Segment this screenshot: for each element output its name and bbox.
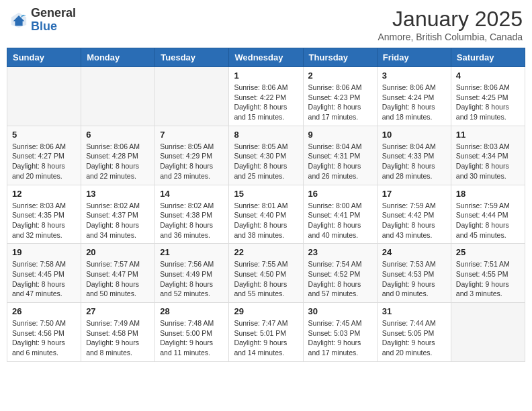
calendar-cell — [155, 67, 229, 126]
calendar-cell: 3Sunrise: 8:06 AM Sunset: 4:24 PM Daylig… — [377, 67, 451, 126]
calendar-cell: 8Sunrise: 8:05 AM Sunset: 4:30 PM Daylig… — [229, 126, 303, 185]
day-info: Sunrise: 8:02 AM Sunset: 4:38 PM Dayligh… — [160, 201, 224, 240]
day-info: Sunrise: 8:04 AM Sunset: 4:33 PM Dayligh… — [382, 142, 446, 181]
calendar-cell: 16Sunrise: 8:00 AM Sunset: 4:41 PM Dayli… — [303, 185, 377, 244]
day-number: 29 — [234, 306, 298, 316]
day-number: 19 — [12, 247, 76, 257]
day-info: Sunrise: 7:48 AM Sunset: 5:00 PM Dayligh… — [160, 318, 224, 358]
day-number: 1 — [234, 71, 298, 81]
calendar-cell: 31Sunrise: 7:44 AM Sunset: 5:05 PM Dayli… — [377, 303, 451, 362]
day-info: Sunrise: 7:58 AM Sunset: 4:45 PM Dayligh… — [12, 259, 76, 299]
day-number: 12 — [12, 189, 76, 199]
weekday-header-row: SundayMondayTuesdayWednesdayThursdayFrid… — [7, 48, 525, 67]
day-info: Sunrise: 8:03 AM Sunset: 4:34 PM Dayligh… — [456, 142, 520, 181]
week-row: 26Sunrise: 7:50 AM Sunset: 4:56 PM Dayli… — [7, 303, 525, 362]
calendar-cell: 23Sunrise: 7:54 AM Sunset: 4:52 PM Dayli… — [303, 244, 377, 303]
calendar-cell: 10Sunrise: 8:04 AM Sunset: 4:33 PM Dayli… — [377, 126, 451, 185]
day-info: Sunrise: 7:50 AM Sunset: 4:56 PM Dayligh… — [12, 318, 76, 358]
day-number: 13 — [86, 189, 150, 199]
calendar-cell: 21Sunrise: 7:56 AM Sunset: 4:49 PM Dayli… — [155, 244, 229, 303]
calendar-table: SundayMondayTuesdayWednesdayThursdayFrid… — [7, 48, 525, 362]
day-number: 24 — [382, 247, 446, 257]
day-info: Sunrise: 7:57 AM Sunset: 4:47 PM Dayligh… — [86, 259, 150, 299]
day-number: 17 — [382, 189, 446, 199]
day-info: Sunrise: 8:03 AM Sunset: 4:35 PM Dayligh… — [12, 201, 76, 240]
logo: General Blue — [9, 7, 76, 34]
day-info: Sunrise: 7:47 AM Sunset: 5:01 PM Dayligh… — [234, 318, 298, 358]
day-number: 30 — [308, 306, 372, 316]
day-info: Sunrise: 8:06 AM Sunset: 4:28 PM Dayligh… — [86, 142, 150, 181]
calendar-cell: 15Sunrise: 8:01 AM Sunset: 4:40 PM Dayli… — [229, 185, 303, 244]
title-section: January 2025 Anmore, British Columbia, C… — [378, 7, 523, 42]
calendar-cell: 6Sunrise: 8:06 AM Sunset: 4:28 PM Daylig… — [81, 126, 155, 185]
day-number: 8 — [234, 130, 298, 140]
day-number: 6 — [86, 130, 150, 140]
calendar-cell: 28Sunrise: 7:48 AM Sunset: 5:00 PM Dayli… — [155, 303, 229, 362]
day-info: Sunrise: 8:06 AM Sunset: 4:24 PM Dayligh… — [382, 83, 446, 122]
day-info: Sunrise: 7:44 AM Sunset: 5:05 PM Dayligh… — [382, 318, 446, 358]
calendar-cell: 22Sunrise: 7:55 AM Sunset: 4:50 PM Dayli… — [229, 244, 303, 303]
logo-icon — [9, 11, 28, 30]
calendar-cell — [451, 303, 525, 362]
calendar-cell: 5Sunrise: 8:06 AM Sunset: 4:27 PM Daylig… — [7, 126, 81, 185]
calendar-cell: 12Sunrise: 8:03 AM Sunset: 4:35 PM Dayli… — [7, 185, 81, 244]
day-info: Sunrise: 7:56 AM Sunset: 4:49 PM Dayligh… — [160, 259, 224, 299]
day-info: Sunrise: 7:54 AM Sunset: 4:52 PM Dayligh… — [308, 259, 372, 299]
main-title: January 2025 — [378, 7, 523, 32]
calendar-cell: 2Sunrise: 8:06 AM Sunset: 4:23 PM Daylig… — [303, 67, 377, 126]
calendar-cell: 29Sunrise: 7:47 AM Sunset: 5:01 PM Dayli… — [229, 303, 303, 362]
logo-text: General Blue — [31, 7, 76, 34]
calendar-cell — [7, 67, 81, 126]
calendar-cell: 14Sunrise: 8:02 AM Sunset: 4:38 PM Dayli… — [155, 185, 229, 244]
calendar-cell — [81, 67, 155, 126]
day-number: 23 — [308, 247, 372, 257]
weekday-header: Thursday — [303, 48, 377, 67]
weekday-header: Sunday — [7, 48, 81, 67]
week-row: 1Sunrise: 8:06 AM Sunset: 4:22 PM Daylig… — [7, 67, 525, 126]
calendar-cell: 25Sunrise: 7:51 AM Sunset: 4:55 PM Dayli… — [451, 244, 525, 303]
day-info: Sunrise: 8:00 AM Sunset: 4:41 PM Dayligh… — [308, 201, 372, 240]
calendar-cell: 4Sunrise: 8:06 AM Sunset: 4:25 PM Daylig… — [451, 67, 525, 126]
day-number: 4 — [456, 71, 520, 81]
day-number: 11 — [456, 130, 520, 140]
day-number: 26 — [12, 306, 76, 316]
calendar-cell: 18Sunrise: 7:59 AM Sunset: 4:44 PM Dayli… — [451, 185, 525, 244]
calendar-cell: 1Sunrise: 8:06 AM Sunset: 4:22 PM Daylig… — [229, 67, 303, 126]
day-info: Sunrise: 8:05 AM Sunset: 4:30 PM Dayligh… — [234, 142, 298, 181]
day-info: Sunrise: 8:01 AM Sunset: 4:40 PM Dayligh… — [234, 201, 298, 240]
day-number: 22 — [234, 247, 298, 257]
weekday-header: Wednesday — [229, 48, 303, 67]
calendar-cell: 7Sunrise: 8:05 AM Sunset: 4:29 PM Daylig… — [155, 126, 229, 185]
calendar-cell: 17Sunrise: 7:59 AM Sunset: 4:42 PM Dayli… — [377, 185, 451, 244]
day-number: 5 — [12, 130, 76, 140]
day-number: 18 — [456, 189, 520, 199]
day-info: Sunrise: 7:53 AM Sunset: 4:53 PM Dayligh… — [382, 259, 446, 299]
weekday-header: Tuesday — [155, 48, 229, 67]
weekday-header: Saturday — [451, 48, 525, 67]
day-number: 14 — [160, 189, 224, 199]
weekday-header: Monday — [81, 48, 155, 67]
day-info: Sunrise: 8:02 AM Sunset: 4:37 PM Dayligh… — [86, 201, 150, 240]
day-info: Sunrise: 8:05 AM Sunset: 4:29 PM Dayligh… — [160, 142, 224, 181]
day-info: Sunrise: 8:06 AM Sunset: 4:23 PM Dayligh… — [308, 83, 372, 122]
day-number: 7 — [160, 130, 224, 140]
day-number: 10 — [382, 130, 446, 140]
day-number: 27 — [86, 306, 150, 316]
day-info: Sunrise: 7:59 AM Sunset: 4:42 PM Dayligh… — [382, 201, 446, 240]
day-info: Sunrise: 7:51 AM Sunset: 4:55 PM Dayligh… — [456, 259, 520, 299]
week-row: 5Sunrise: 8:06 AM Sunset: 4:27 PM Daylig… — [7, 126, 525, 185]
day-number: 20 — [86, 247, 150, 257]
calendar-cell: 30Sunrise: 7:45 AM Sunset: 5:03 PM Dayli… — [303, 303, 377, 362]
day-number: 16 — [308, 189, 372, 199]
day-info: Sunrise: 7:55 AM Sunset: 4:50 PM Dayligh… — [234, 259, 298, 299]
day-info: Sunrise: 7:49 AM Sunset: 4:58 PM Dayligh… — [86, 318, 150, 358]
calendar-cell: 20Sunrise: 7:57 AM Sunset: 4:47 PM Dayli… — [81, 244, 155, 303]
day-info: Sunrise: 7:59 AM Sunset: 4:44 PM Dayligh… — [456, 201, 520, 240]
calendar-cell: 24Sunrise: 7:53 AM Sunset: 4:53 PM Dayli… — [377, 244, 451, 303]
day-info: Sunrise: 8:06 AM Sunset: 4:22 PM Dayligh… — [234, 83, 298, 122]
calendar-cell: 27Sunrise: 7:49 AM Sunset: 4:58 PM Dayli… — [81, 303, 155, 362]
logo-general: General — [31, 7, 76, 20]
day-info: Sunrise: 8:06 AM Sunset: 4:27 PM Dayligh… — [12, 142, 76, 181]
day-info: Sunrise: 8:06 AM Sunset: 4:25 PM Dayligh… — [456, 83, 520, 122]
day-number: 15 — [234, 189, 298, 199]
